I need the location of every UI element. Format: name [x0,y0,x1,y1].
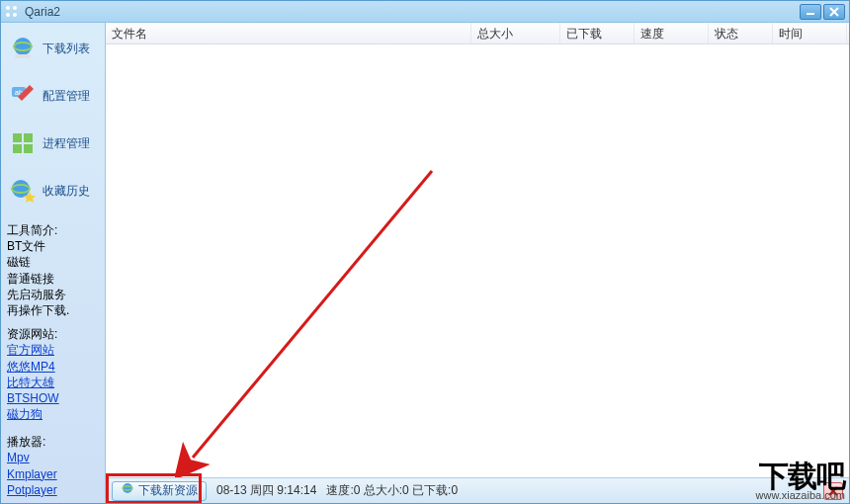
watermark-text: 下载吧 [759,462,845,491]
svg-rect-12 [13,133,22,142]
col-totalsize[interactable]: 总大小 [471,23,560,43]
status-metrics: 速度:0 总大小:0 已下载:0 [326,482,458,499]
sidebar-item-label: 配置管理 [42,88,97,105]
svg-point-1 [13,6,17,10]
status-bar: 下载新资源 08-13 周四 9:14:14 速度:0 总大小:0 已下载:0 [106,477,849,503]
svg-point-7 [14,38,32,55]
intro-line: BT文件 [7,238,99,254]
resource-link[interactable]: 磁力狗 [7,406,99,422]
svg-rect-14 [13,144,22,153]
window-controls [800,4,845,20]
grid-icon [9,129,37,157]
col-time[interactable]: 时间 [773,23,847,43]
sidebar-item-download-list[interactable]: 下载列表 [3,25,103,72]
col-filename[interactable]: 文件名 [106,23,471,43]
svg-point-2 [6,13,10,17]
player-link[interactable]: Mpv [7,450,99,465]
download-button-label: 下载新资源 [138,482,198,499]
col-speed[interactable]: 速度 [635,23,709,43]
watermark-url: www.xiazaiba.com [756,489,845,501]
globe-star-icon [9,177,37,205]
main-panel: 文件名 总大小 已下载 速度 状态 时间 下 [106,23,849,503]
body: 下载列表 ab 配置管理 进程管理 [1,23,849,503]
svg-point-0 [6,6,10,10]
globe-download-small-icon [121,482,134,499]
intro-line: 再操作下载. [7,302,99,318]
watermark: 下载吧 www.xiazaiba.com [756,462,845,501]
resource-link[interactable]: 比特大雄 [7,375,99,390]
window-title: Qaria2 [25,5,800,19]
edit-icon: ab [9,82,37,110]
intro-line: 普通链接 [7,271,99,287]
svg-rect-4 [807,13,814,15]
svg-rect-13 [24,133,33,142]
players-links: Mpv Kmplayer Potplayer [1,450,105,503]
svg-point-16 [12,180,30,198]
intro-heading: 工具简介: [7,222,99,238]
intro-line: 先启动服务 [7,287,99,302]
table-body [106,44,849,477]
sidebar: 下载列表 ab 配置管理 进程管理 [1,23,106,503]
players-heading: 播放器: [1,428,105,450]
col-status[interactable]: 状态 [709,23,773,43]
col-downloaded[interactable]: 已下载 [560,23,635,43]
status-datetime: 08-13 周四 9:14:14 [216,482,316,499]
minimize-button[interactable] [800,4,821,20]
svg-point-20 [123,483,132,493]
player-link[interactable]: Potplayer [7,482,99,498]
svg-point-3 [13,13,17,17]
sidebar-item-config[interactable]: ab 配置管理 [3,72,103,120]
intro-line: 磁链 [7,254,99,270]
resources-links: 官方网站 悠悠MP4 比特大雄 BTSHOW 磁力狗 [1,342,105,428]
titlebar: Qaria2 [1,1,849,23]
player-link[interactable]: Kmplayer [7,466,99,482]
app-window: Qaria2 下载列表 ab [0,0,850,504]
app-icon [5,5,19,19]
resource-link[interactable]: 悠悠MP4 [7,359,99,375]
svg-rect-15 [24,144,33,153]
sidebar-item-history[interactable]: 收藏历史 [3,167,103,214]
download-new-button[interactable]: 下载新资源 [112,481,207,501]
resource-link[interactable]: BTSHOW [7,390,99,406]
sidebar-item-label: 进程管理 [42,135,97,152]
sidebar-nav: 下载列表 ab 配置管理 进程管理 [1,23,105,216]
sidebar-item-label: 下载列表 [42,41,97,57]
sidebar-intro: 工具简介: BT文件 磁链 普通链接 先启动服务 再操作下载. [1,216,105,320]
sidebar-item-label: 收藏历史 [42,183,97,200]
sidebar-item-process[interactable]: 进程管理 [3,120,103,167]
resource-link[interactable]: 官方网站 [7,342,99,358]
svg-rect-9 [15,54,31,58]
globe-download-icon [9,35,37,62]
resources-heading: 资源网站: [1,320,105,342]
close-button[interactable] [823,4,845,20]
table-header: 文件名 总大小 已下载 速度 状态 时间 [106,23,849,44]
